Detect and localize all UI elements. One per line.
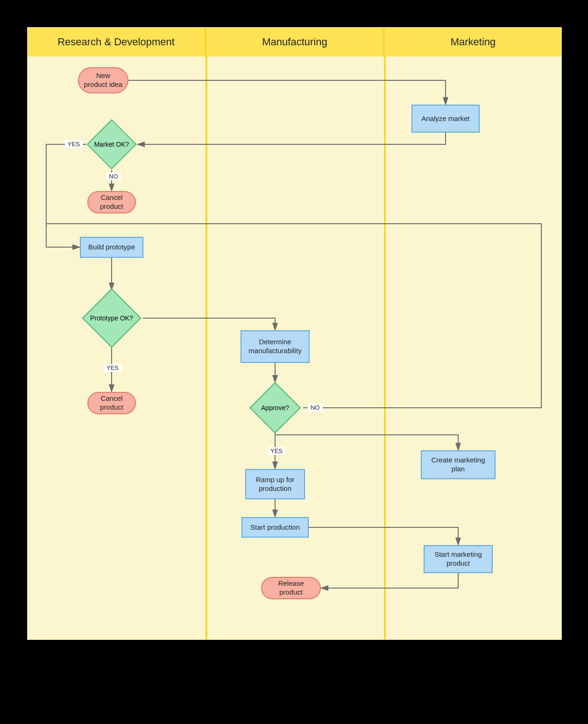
terminal-release-product[interactable]: Release product — [261, 577, 321, 599]
lane-header-row: Research & Development Manufacturing Mar… — [28, 28, 561, 57]
edge-label-approve-no: NO — [308, 404, 323, 412]
lane-header-marketing: Marketing — [385, 28, 561, 57]
swimlane-canvas: Research & Development Manufacturing Mar… — [27, 27, 562, 640]
process-determine-manufacturability[interactable]: Determine manufacturability — [241, 330, 310, 363]
terminal-new-product-idea[interactable]: New product idea — [78, 67, 128, 93]
decision-prototype-ok[interactable]: Prototype OK? — [80, 287, 143, 349]
terminal-cancel-product-1[interactable]: Cancel product — [87, 191, 136, 213]
process-analyze-market[interactable]: Analyze market — [411, 105, 480, 133]
decision-approve[interactable]: Approve? — [248, 380, 303, 435]
process-create-marketing-plan[interactable]: Create marketing plan — [421, 450, 496, 479]
lane-header-rnd: Research & Development — [28, 28, 206, 57]
page: Research & Development Manufacturing Mar… — [0, 0, 588, 724]
edge-label-approve-yes: YES — [268, 447, 285, 455]
lane-divider-1 — [205, 57, 207, 639]
edge-label-market-ok-yes: YES — [65, 140, 83, 148]
process-start-marketing-product[interactable]: Start marketing product — [424, 545, 493, 573]
process-start-production[interactable]: Start production — [241, 517, 309, 538]
edge-label-prototype-ok-yes: YES — [104, 364, 121, 372]
lane-divider-2 — [384, 57, 386, 639]
terminal-cancel-product-2[interactable]: Cancel product — [87, 392, 136, 414]
process-ramp-up[interactable]: Ramp up for production — [245, 469, 305, 499]
edge-label-market-ok-no: NO — [106, 172, 121, 180]
process-build-prototype[interactable]: Build prototype — [80, 237, 143, 258]
decision-market-ok[interactable]: Market OK? — [86, 119, 137, 170]
lane-header-manufacturing: Manufacturing — [206, 28, 385, 57]
